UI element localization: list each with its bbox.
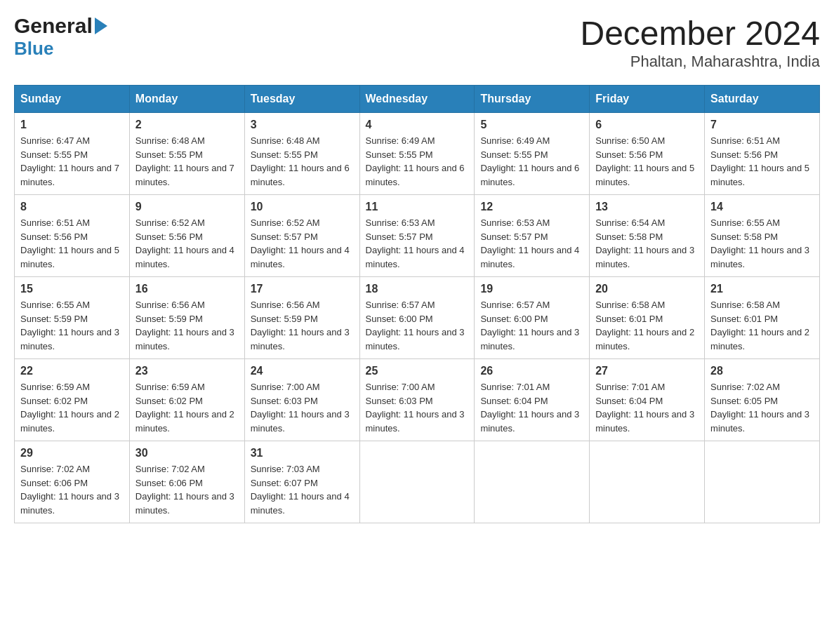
calendar-cell: 2 Sunrise: 6:48 AMSunset: 5:55 PMDayligh… xyxy=(129,113,244,195)
day-info: Sunrise: 6:50 AMSunset: 5:56 PMDaylight:… xyxy=(595,134,699,189)
day-info: Sunrise: 7:02 AMSunset: 6:06 PMDaylight:… xyxy=(20,462,124,517)
calendar-table: SundayMondayTuesdayWednesdayThursdayFrid… xyxy=(14,85,820,523)
day-info: Sunrise: 7:02 AMSunset: 6:05 PMDaylight:… xyxy=(710,380,814,435)
calendar-cell: 4 Sunrise: 6:49 AMSunset: 5:55 PMDayligh… xyxy=(359,113,475,195)
calendar-week-1: 1 Sunrise: 6:47 AMSunset: 5:55 PMDayligh… xyxy=(15,113,820,195)
calendar-cell: 12 Sunrise: 6:53 AMSunset: 5:57 PMDaylig… xyxy=(475,195,590,277)
day-info: Sunrise: 6:57 AMSunset: 6:00 PMDaylight:… xyxy=(366,298,469,353)
day-info: Sunrise: 6:51 AMSunset: 5:56 PMDaylight:… xyxy=(20,216,124,271)
logo: General Blue xyxy=(14,14,107,60)
day-number: 29 xyxy=(20,447,124,459)
location-text: Phaltan, Maharashtra, India xyxy=(580,53,820,71)
month-title: December 2024 xyxy=(580,14,820,53)
title-section: December 2024 Phaltan, Maharashtra, Indi… xyxy=(580,14,820,71)
day-number: 1 xyxy=(20,119,124,131)
day-number: 21 xyxy=(710,283,814,295)
day-info: Sunrise: 6:47 AMSunset: 5:55 PMDaylight:… xyxy=(20,134,124,189)
calendar-cell: 27 Sunrise: 7:01 AMSunset: 6:04 PMDaylig… xyxy=(590,359,705,441)
calendar-cell: 24 Sunrise: 7:00 AMSunset: 6:03 PMDaylig… xyxy=(244,359,359,441)
calendar-cell: 11 Sunrise: 6:53 AMSunset: 5:57 PMDaylig… xyxy=(359,195,475,277)
day-number: 27 xyxy=(595,365,699,377)
calendar-cell: 3 Sunrise: 6:48 AMSunset: 5:55 PMDayligh… xyxy=(244,113,359,195)
day-number: 19 xyxy=(480,283,583,295)
day-number: 28 xyxy=(710,365,814,377)
day-info: Sunrise: 6:52 AMSunset: 5:57 PMDaylight:… xyxy=(251,216,354,271)
day-number: 15 xyxy=(20,283,124,295)
weekday-header-friday: Friday xyxy=(590,86,705,113)
day-number: 4 xyxy=(366,119,469,131)
calendar-cell: 15 Sunrise: 6:55 AMSunset: 5:59 PMDaylig… xyxy=(15,277,130,359)
day-number: 20 xyxy=(595,283,699,295)
day-info: Sunrise: 6:56 AMSunset: 5:59 PMDaylight:… xyxy=(135,298,239,353)
day-number: 12 xyxy=(480,201,583,213)
page-header: General Blue December 2024 Phaltan, Maha… xyxy=(14,14,820,71)
calendar-cell: 7 Sunrise: 6:51 AMSunset: 5:56 PMDayligh… xyxy=(705,113,820,195)
calendar-cell: 19 Sunrise: 6:57 AMSunset: 6:00 PMDaylig… xyxy=(475,277,590,359)
weekday-header-wednesday: Wednesday xyxy=(359,86,475,113)
calendar-cell xyxy=(590,441,705,523)
calendar-week-4: 22 Sunrise: 6:59 AMSunset: 6:02 PMDaylig… xyxy=(15,359,820,441)
day-info: Sunrise: 6:52 AMSunset: 5:56 PMDaylight:… xyxy=(135,216,239,271)
day-number: 30 xyxy=(135,447,239,459)
day-number: 2 xyxy=(135,119,239,131)
calendar-cell: 8 Sunrise: 6:51 AMSunset: 5:56 PMDayligh… xyxy=(15,195,130,277)
day-number: 13 xyxy=(595,201,699,213)
day-number: 8 xyxy=(20,201,124,213)
day-info: Sunrise: 6:53 AMSunset: 5:57 PMDaylight:… xyxy=(480,216,583,271)
calendar-cell: 20 Sunrise: 6:58 AMSunset: 6:01 PMDaylig… xyxy=(590,277,705,359)
calendar-cell: 21 Sunrise: 6:58 AMSunset: 6:01 PMDaylig… xyxy=(705,277,820,359)
calendar-cell: 6 Sunrise: 6:50 AMSunset: 5:56 PMDayligh… xyxy=(590,113,705,195)
day-info: Sunrise: 7:01 AMSunset: 6:04 PMDaylight:… xyxy=(480,380,583,435)
day-info: Sunrise: 6:49 AMSunset: 5:55 PMDaylight:… xyxy=(366,134,469,189)
day-number: 16 xyxy=(135,283,239,295)
logo-blue-text: Blue xyxy=(14,38,107,60)
calendar-cell: 17 Sunrise: 6:56 AMSunset: 5:59 PMDaylig… xyxy=(244,277,359,359)
day-info: Sunrise: 7:00 AMSunset: 6:03 PMDaylight:… xyxy=(251,380,354,435)
day-info: Sunrise: 6:56 AMSunset: 5:59 PMDaylight:… xyxy=(251,298,354,353)
day-number: 9 xyxy=(135,201,239,213)
day-info: Sunrise: 6:58 AMSunset: 6:01 PMDaylight:… xyxy=(710,298,814,353)
day-info: Sunrise: 6:51 AMSunset: 5:56 PMDaylight:… xyxy=(710,134,814,189)
day-info: Sunrise: 7:03 AMSunset: 6:07 PMDaylight:… xyxy=(251,462,354,517)
day-info: Sunrise: 6:55 AMSunset: 5:59 PMDaylight:… xyxy=(20,298,124,353)
calendar-cell: 9 Sunrise: 6:52 AMSunset: 5:56 PMDayligh… xyxy=(129,195,244,277)
weekday-header-monday: Monday xyxy=(129,86,244,113)
day-info: Sunrise: 7:00 AMSunset: 6:03 PMDaylight:… xyxy=(366,380,469,435)
day-info: Sunrise: 7:02 AMSunset: 6:06 PMDaylight:… xyxy=(135,462,239,517)
day-number: 24 xyxy=(251,365,354,377)
calendar-cell: 5 Sunrise: 6:49 AMSunset: 5:55 PMDayligh… xyxy=(475,113,590,195)
day-number: 7 xyxy=(710,119,814,131)
day-number: 6 xyxy=(595,119,699,131)
calendar-cell xyxy=(475,441,590,523)
calendar-cell: 22 Sunrise: 6:59 AMSunset: 6:02 PMDaylig… xyxy=(15,359,130,441)
calendar-cell: 13 Sunrise: 6:54 AMSunset: 5:58 PMDaylig… xyxy=(590,195,705,277)
calendar-cell: 23 Sunrise: 6:59 AMSunset: 6:02 PMDaylig… xyxy=(129,359,244,441)
weekday-header-tuesday: Tuesday xyxy=(244,86,359,113)
weekday-header-saturday: Saturday xyxy=(705,86,820,113)
day-number: 18 xyxy=(366,283,469,295)
calendar-cell xyxy=(359,441,475,523)
calendar-cell: 1 Sunrise: 6:47 AMSunset: 5:55 PMDayligh… xyxy=(15,113,130,195)
calendar-cell: 31 Sunrise: 7:03 AMSunset: 6:07 PMDaylig… xyxy=(244,441,359,523)
day-info: Sunrise: 6:55 AMSunset: 5:58 PMDaylight:… xyxy=(710,216,814,271)
calendar-cell: 14 Sunrise: 6:55 AMSunset: 5:58 PMDaylig… xyxy=(705,195,820,277)
calendar-cell: 29 Sunrise: 7:02 AMSunset: 6:06 PMDaylig… xyxy=(15,441,130,523)
day-info: Sunrise: 6:54 AMSunset: 5:58 PMDaylight:… xyxy=(595,216,699,271)
day-number: 17 xyxy=(251,283,354,295)
weekday-header-sunday: Sunday xyxy=(15,86,130,113)
logo-arrow-icon xyxy=(95,18,107,34)
logo-general-text: General xyxy=(14,14,107,38)
day-info: Sunrise: 6:49 AMSunset: 5:55 PMDaylight:… xyxy=(480,134,583,189)
day-number: 23 xyxy=(135,365,239,377)
day-number: 25 xyxy=(366,365,469,377)
day-info: Sunrise: 6:57 AMSunset: 6:00 PMDaylight:… xyxy=(480,298,583,353)
day-number: 10 xyxy=(251,201,354,213)
calendar-cell: 28 Sunrise: 7:02 AMSunset: 6:05 PMDaylig… xyxy=(705,359,820,441)
day-number: 3 xyxy=(251,119,354,131)
day-number: 22 xyxy=(20,365,124,377)
day-info: Sunrise: 6:48 AMSunset: 5:55 PMDaylight:… xyxy=(135,134,239,189)
day-number: 31 xyxy=(251,447,354,459)
calendar-cell xyxy=(705,441,820,523)
calendar-cell: 10 Sunrise: 6:52 AMSunset: 5:57 PMDaylig… xyxy=(244,195,359,277)
day-info: Sunrise: 6:59 AMSunset: 6:02 PMDaylight:… xyxy=(20,380,124,435)
